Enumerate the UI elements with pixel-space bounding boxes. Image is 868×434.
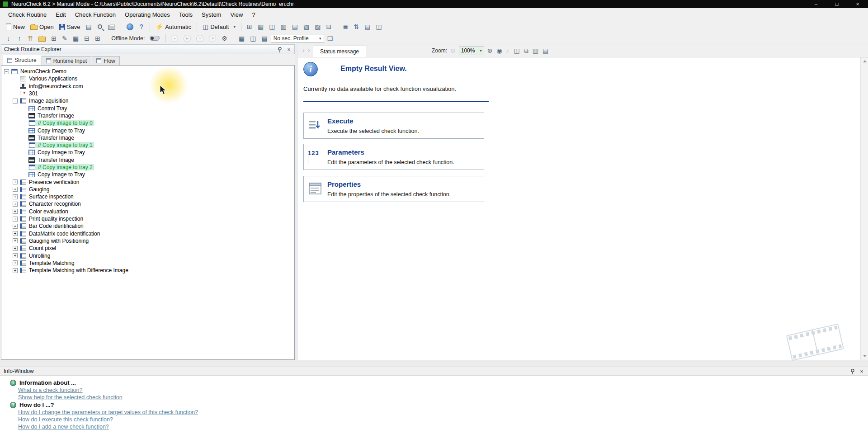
automatic-mode-button[interactable]: ⚡Automatic (153, 22, 193, 32)
tree-item-transfer-image[interactable]: Transfer Image (1, 134, 294, 142)
tree-item-control-tray[interactable]: Control Tray (1, 104, 294, 112)
vertical-scrollbar[interactable] (860, 57, 868, 360)
card-title-properties[interactable]: Properties (327, 180, 361, 188)
properties-card[interactable]: Properties Edit the properties of the se… (303, 176, 484, 202)
plus-expander-icon[interactable]: + (13, 202, 18, 207)
tree-item-transfer-image[interactable]: Transfer Image (1, 112, 294, 119)
zoom-out-icon[interactable]: ⊖ (450, 47, 456, 54)
tree-item-image-aquisition[interactable]: −Image aquisition (1, 97, 294, 104)
tree-item-copy-image-to-tray-0[interactable]: // Copy image to tray 0 (1, 119, 294, 127)
context-help-button[interactable]: ? (137, 22, 146, 32)
stop-button[interactable]: ■ (207, 33, 218, 43)
new-button[interactable]: New (4, 22, 27, 32)
zoom-actual-icon[interactable]: ◉ (496, 47, 502, 54)
view-grid-button[interactable]: ▦ (255, 22, 266, 32)
help-link-how-do-i-execute-this-check-function[interactable]: How do I execute this check function? (18, 416, 113, 423)
offline-mode-toggle[interactable] (147, 33, 162, 43)
open-button[interactable]: Open (28, 22, 56, 32)
menu-item-view[interactable]: View (226, 9, 247, 20)
tree-item-bar-code-identification[interactable]: +Bar Code identification (1, 222, 294, 230)
tree-item-presence-verification[interactable]: +Presence verification (1, 178, 294, 185)
close-panel-icon[interactable]: × (285, 46, 292, 53)
tree-item-character-recognition[interactable]: +Character recognition (1, 200, 294, 208)
move-up-button[interactable]: ↑ (14, 33, 24, 43)
tree-item-gauging-with-positioning[interactable]: +Gauging with Positioning (1, 237, 294, 245)
tree-item-transfer-image[interactable]: Transfer Image (1, 156, 294, 164)
sort-swap-button[interactable]: ⇅ (351, 22, 361, 32)
tree-item-color-evaluation[interactable]: +Color evaluation (1, 208, 294, 215)
move-top-button[interactable]: ⇈ (25, 33, 35, 43)
back-icon[interactable]: ‹ (302, 47, 305, 53)
play-button[interactable]: ▶ (181, 33, 193, 43)
tree-item-301[interactable]: 301 (1, 90, 294, 97)
camera-view-button[interactable]: ▦ (236, 33, 247, 43)
profile-manager-button[interactable]: ❏ (325, 33, 335, 43)
report-list-button[interactable]: ▤ (362, 22, 373, 32)
card-title-execute[interactable]: Execute (327, 117, 354, 125)
execute-card[interactable]: Execute Execute the selected check funct… (303, 113, 484, 139)
pin-icon[interactable] (276, 46, 283, 53)
minus-expander-icon[interactable]: − (13, 99, 18, 104)
plus-expander-icon[interactable]: + (13, 194, 18, 199)
tree-item-unrolling[interactable]: +Unrolling (1, 252, 294, 259)
data-table-button[interactable]: ◫ (248, 33, 258, 43)
columns-button[interactable]: ◫ (374, 22, 384, 32)
pin-icon[interactable] (849, 368, 856, 375)
card-title-parameters[interactable]: Parameters (327, 148, 364, 156)
tree-item-copy-image-to-tray[interactable]: Copy Image to Tray (1, 171, 294, 178)
step-button[interactable]: » (194, 33, 206, 43)
tree-item-template-matching[interactable]: +Template Matching (1, 259, 294, 267)
plus-expander-icon[interactable]: + (13, 231, 18, 236)
menu-item-help[interactable]: ? (247, 9, 259, 20)
print-button[interactable] (106, 22, 118, 32)
find-icon[interactable]: ⌕ (506, 47, 510, 54)
tab-runtime-input[interactable]: Runtime Input (42, 56, 92, 65)
tree-item-copy-image-to-tray[interactable]: Copy Image to Tray (1, 127, 294, 134)
info-button[interactable] (124, 22, 136, 32)
plus-expander-icon[interactable]: + (13, 187, 18, 192)
minimize-button[interactable]: – (806, 0, 826, 8)
chart-view-button[interactable]: ▤ (259, 33, 269, 43)
forward-icon[interactable]: › (308, 47, 310, 53)
plus-expander-icon[interactable]: + (13, 268, 18, 273)
plus-expander-icon[interactable]: + (13, 217, 18, 222)
tree-item-copy-image-to-tray-2[interactable]: // Copy image to tray 2 (1, 164, 294, 171)
menu-item-check-routine[interactable]: Check Routine (4, 9, 51, 20)
tree-item-template-matching-with-difference-image[interactable]: +Template Matching with Difference Image (1, 267, 294, 274)
close-info-window-icon[interactable]: × (858, 368, 865, 375)
scroll-down-icon[interactable] (861, 352, 868, 360)
tab-status-message[interactable]: Status message (313, 46, 366, 57)
menu-item-system[interactable]: System (197, 9, 226, 20)
tree-item-various-applications[interactable]: Various Applications (1, 75, 294, 82)
help-link-how-do-i-add-a-new-check-function[interactable]: How do I add a new check function? (18, 423, 109, 430)
default-layout-button[interactable]: ◫Default▾ (200, 22, 238, 32)
tab-flow[interactable]: Flow (92, 56, 119, 65)
settings-button[interactable]: ⚙ (219, 33, 230, 43)
menu-item-operating-modes[interactable]: Operating Modes (120, 9, 175, 20)
plus-expander-icon[interactable]: + (13, 238, 18, 243)
menu-item-check-function[interactable]: Check Function (71, 9, 120, 20)
help-link-how-do-i-change-the-parameters-or-target[interactable]: How do I change the parameters or target… (18, 409, 198, 416)
minus-expander-icon[interactable]: − (4, 69, 9, 74)
plus-expander-icon[interactable]: + (13, 246, 18, 251)
tree-item-count-pixel[interactable]: +Count pixel (1, 245, 294, 252)
zoom-in-icon[interactable]: ⊕ (487, 47, 493, 54)
view-hatch-button[interactable]: ▨ (312, 22, 323, 32)
save-view-icon[interactable]: ▥ (533, 47, 538, 54)
tree-item-copy-image-to-tray[interactable]: Copy Image to Tray (1, 149, 294, 156)
scroll-up-icon[interactable] (861, 57, 868, 65)
move-down-button[interactable]: ↓ (4, 33, 14, 43)
tree-item-copy-image-to-tray-1[interactable]: // Copy image to tray 1 (1, 142, 294, 149)
grid-view-button[interactable]: ▦ (71, 33, 81, 43)
plus-expander-icon[interactable]: + (13, 224, 18, 229)
help-link-show-help-for-the-selected-check-functio[interactable]: Show help for the selected check functio… (18, 394, 123, 401)
copy-view-icon[interactable]: ⧉ (524, 47, 528, 54)
tree-item-datamatrix-code-identification[interactable]: +DataMatrix code identification (1, 230, 294, 237)
tab-structure[interactable]: Structure (3, 55, 41, 65)
transfer-routine-button[interactable]: ▤ (83, 22, 94, 32)
close-button[interactable]: × (847, 0, 868, 8)
help-link-what-is-a-check-function[interactable]: What is a check function? (18, 387, 82, 394)
view-list-button[interactable]: ▤ (290, 22, 300, 32)
print-view-icon[interactable]: ▤ (542, 47, 548, 54)
folder-up-button[interactable] (36, 33, 48, 43)
